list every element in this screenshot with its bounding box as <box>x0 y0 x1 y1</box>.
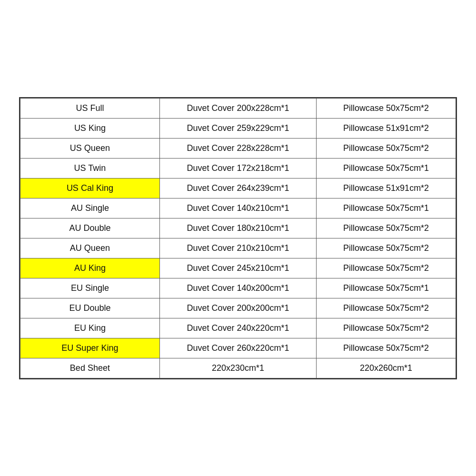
pillowcase-bed-sheet: 220x260cm*1 <box>317 358 456 378</box>
pillowcase-us-king: Pillowcase 51x91cm*2 <box>317 118 456 138</box>
duvet-cover-eu-double: Duvet Cover 200x200cm*1 <box>159 298 316 318</box>
pillowcase-eu-double: Pillowcase 50x75cm*2 <box>317 298 456 318</box>
pillowcase-us-twin: Pillowcase 50x75cm*1 <box>317 158 456 178</box>
size-guide-table-container: US FullDuvet Cover 200x228cm*1Pillowcase… <box>19 97 457 379</box>
duvet-cover-au-king: Duvet Cover 245x210cm*1 <box>159 258 316 278</box>
size-name-us-queen: US Queen <box>20 138 160 158</box>
size-name-eu-king: EU King <box>20 318 160 338</box>
table-row: US QueenDuvet Cover 228x228cm*1Pillowcas… <box>20 138 456 158</box>
size-name-au-single: AU Single <box>20 198 160 218</box>
pillowcase-au-king: Pillowcase 50x75cm*2 <box>317 258 456 278</box>
size-name-us-full: US Full <box>20 98 160 118</box>
table-row: AU DoubleDuvet Cover 180x210cm*1Pillowca… <box>20 218 456 238</box>
size-name-us-twin: US Twin <box>20 158 160 178</box>
pillowcase-au-queen: Pillowcase 50x75cm*2 <box>317 238 456 258</box>
duvet-cover-us-full: Duvet Cover 200x228cm*1 <box>159 98 316 118</box>
pillowcase-eu-king: Pillowcase 50x75cm*2 <box>317 318 456 338</box>
table-row: US KingDuvet Cover 259x229cm*1Pillowcase… <box>20 118 456 138</box>
table-row: US TwinDuvet Cover 172x218cm*1Pillowcase… <box>20 158 456 178</box>
table-row: EU DoubleDuvet Cover 200x200cm*1Pillowca… <box>20 298 456 318</box>
pillowcase-eu-super-king: Pillowcase 50x75cm*2 <box>317 338 456 358</box>
pillowcase-au-single: Pillowcase 50x75cm*1 <box>317 198 456 218</box>
duvet-cover-eu-king: Duvet Cover 240x220cm*1 <box>159 318 316 338</box>
pillowcase-eu-single: Pillowcase 50x75cm*1 <box>317 278 456 298</box>
size-name-eu-super-king: EU Super King <box>20 338 160 358</box>
table-row: AU SingleDuvet Cover 140x210cm*1Pillowca… <box>20 198 456 218</box>
duvet-cover-eu-super-king: Duvet Cover 260x220cm*1 <box>159 338 316 358</box>
duvet-cover-us-cal-king: Duvet Cover 264x239cm*1 <box>159 178 316 198</box>
size-name-au-double: AU Double <box>20 218 160 238</box>
table-row: AU KingDuvet Cover 245x210cm*1Pillowcase… <box>20 258 456 278</box>
pillowcase-au-double: Pillowcase 50x75cm*2 <box>317 218 456 238</box>
size-name-au-queen: AU Queen <box>20 238 160 258</box>
table-row: US FullDuvet Cover 200x228cm*1Pillowcase… <box>20 98 456 118</box>
table-row: Bed Sheet220x230cm*1220x260cm*1 <box>20 358 456 378</box>
size-name-us-king: US King <box>20 118 160 138</box>
size-name-us-cal-king: US Cal King <box>20 178 160 198</box>
duvet-cover-au-single: Duvet Cover 140x210cm*1 <box>159 198 316 218</box>
duvet-cover-au-double: Duvet Cover 180x210cm*1 <box>159 218 316 238</box>
table-row: EU SingleDuvet Cover 140x200cm*1Pillowca… <box>20 278 456 298</box>
pillowcase-us-queen: Pillowcase 50x75cm*2 <box>317 138 456 158</box>
size-guide-table: US FullDuvet Cover 200x228cm*1Pillowcase… <box>20 98 456 378</box>
size-name-eu-single: EU Single <box>20 278 160 298</box>
table-row: AU QueenDuvet Cover 210x210cm*1Pillowcas… <box>20 238 456 258</box>
duvet-cover-us-twin: Duvet Cover 172x218cm*1 <box>159 158 316 178</box>
duvet-cover-us-king: Duvet Cover 259x229cm*1 <box>159 118 316 138</box>
pillowcase-us-cal-king: Pillowcase 51x91cm*2 <box>317 178 456 198</box>
duvet-cover-bed-sheet: 220x230cm*1 <box>159 358 316 378</box>
duvet-cover-eu-single: Duvet Cover 140x200cm*1 <box>159 278 316 298</box>
size-name-bed-sheet: Bed Sheet <box>20 358 160 378</box>
table-row: US Cal KingDuvet Cover 264x239cm*1Pillow… <box>20 178 456 198</box>
table-row: EU Super KingDuvet Cover 260x220cm*1Pill… <box>20 338 456 358</box>
table-row: EU KingDuvet Cover 240x220cm*1Pillowcase… <box>20 318 456 338</box>
size-name-au-king: AU King <box>20 258 160 278</box>
size-name-eu-double: EU Double <box>20 298 160 318</box>
pillowcase-us-full: Pillowcase 50x75cm*2 <box>317 98 456 118</box>
duvet-cover-au-queen: Duvet Cover 210x210cm*1 <box>159 238 316 258</box>
duvet-cover-us-queen: Duvet Cover 228x228cm*1 <box>159 138 316 158</box>
